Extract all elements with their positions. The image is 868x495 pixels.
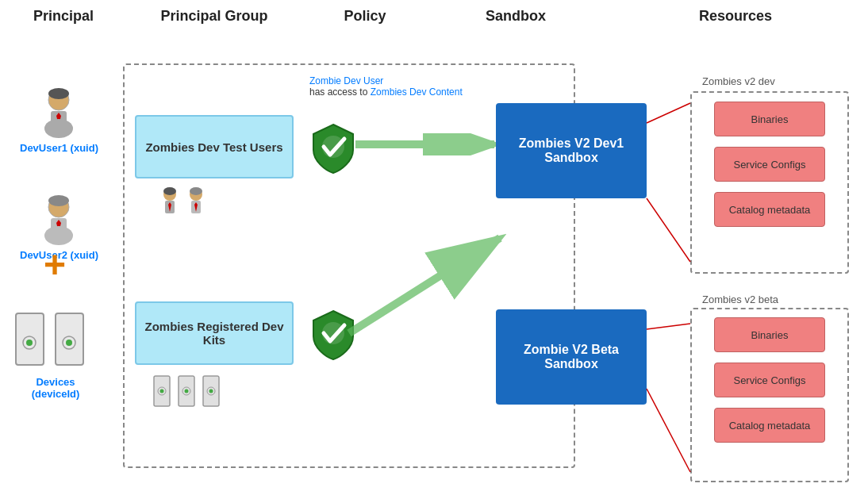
resource-catalog-metadata-bottom: Catalog metadata (714, 408, 825, 443)
group2-figure3 (200, 373, 222, 412)
resource-service-configs-bottom: Service Configs (714, 363, 825, 397)
svg-point-17 (163, 187, 176, 195)
resource-group-label-1: Zombies v2 dev (702, 75, 775, 87)
header-group: Principal Group (127, 8, 301, 25)
sandbox-box-2: Zombie V2 Beta Sandbox (496, 309, 647, 405)
group1-figure1 (159, 186, 181, 217)
header-principal: Principal (0, 8, 127, 25)
shield-icon-1 (309, 123, 357, 171)
svg-line-39 (647, 103, 690, 123)
resource-catalog-metadata-top: Catalog metadata (714, 192, 825, 227)
svg-rect-13 (56, 313, 83, 365)
resource-service-configs-top: Service Configs (714, 147, 825, 182)
header-sandbox: Sandbox (428, 8, 603, 25)
annotation-box: Zombie Dev User has access to Zombies De… (309, 75, 463, 98)
svg-point-12 (26, 340, 33, 346)
annotation-line1: Zombie Dev User (309, 75, 463, 86)
svg-line-41 (647, 324, 690, 329)
header-policy: Policy (301, 8, 428, 25)
plus-sign: + (44, 246, 66, 284)
devices-label: Devices(deviceId) (12, 376, 99, 400)
group1-figure2 (185, 186, 207, 217)
svg-line-38 (349, 238, 500, 333)
group2-figures (151, 373, 222, 412)
svg-point-9 (44, 226, 73, 245)
svg-point-15 (66, 340, 72, 346)
device2-icon (52, 309, 87, 377)
group-box-dev-test-users: Zombies Dev Test Users (135, 115, 294, 178)
devuser2-icon (33, 194, 85, 246)
svg-point-26 (160, 389, 164, 393)
devuser1-icon (33, 87, 85, 139)
svg-point-4 (44, 119, 73, 138)
annotation-line2: has access to Zombies Dev Content (309, 86, 463, 98)
sandbox-box-1: Zombies V2 Dev1 Sandbox (496, 103, 647, 198)
svg-point-1 (48, 88, 69, 99)
svg-point-29 (185, 389, 189, 393)
svg-point-6 (48, 195, 69, 206)
svg-point-21 (190, 187, 202, 195)
svg-point-32 (209, 389, 213, 393)
resource-binaries-bottom: Binaries (714, 317, 825, 352)
svg-rect-10 (16, 313, 44, 365)
devuser1-label: DevUser1 (xuid) (20, 142, 98, 154)
group1-figures (159, 186, 207, 217)
device1-icon (12, 309, 48, 377)
group2-figure2 (175, 373, 198, 412)
arrow-2 (341, 230, 516, 341)
group-box-registered-dev-kits: Zombies Registered Dev Kits (135, 301, 294, 365)
resource-group-label-2: Zombies v2 beta (702, 294, 778, 305)
svg-line-40 (647, 198, 690, 262)
resource-binaries-top: Binaries (714, 102, 825, 136)
header-resources: Resources (603, 8, 868, 25)
devuser1-figure: DevUser1 (xuid) (20, 87, 98, 154)
arrow-1 (355, 133, 502, 155)
svg-line-42 (647, 389, 690, 472)
group2-figure1 (151, 373, 173, 412)
